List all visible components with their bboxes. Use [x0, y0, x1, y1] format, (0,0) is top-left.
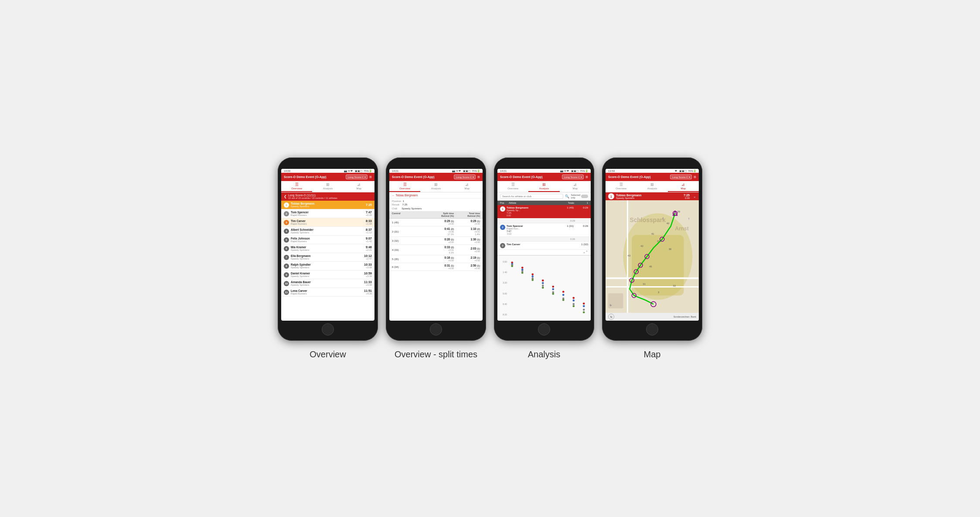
- home-btn-2[interactable]: [430, 323, 442, 336]
- tab-overview-3[interactable]: ☰ Overview: [497, 181, 528, 192]
- chart-y-labels: 0:00 1:40 3:20 5:00 6:40 8:20: [497, 256, 507, 321]
- athlete-club-3: Rapid Runners: [291, 223, 364, 225]
- athlete-info-10: Amanda Bauer Speedy Sprinters: [291, 281, 362, 286]
- tab-analysis-4[interactable]: ⊞ Analysis: [636, 181, 667, 192]
- app-header-2: Score-O Demo Event (O-App) Long Score-C …: [389, 173, 483, 181]
- menu-icon-4[interactable]: ≡: [694, 175, 696, 179]
- tab-analysis-2[interactable]: ⊞ Analysis: [420, 181, 451, 192]
- col-1: 1: [575, 202, 588, 204]
- menu-icon-2[interactable]: ≡: [477, 175, 480, 179]
- control-2: 2 (31): [392, 230, 428, 233]
- app-header-4: Score-O Demo Event (O-App) Long Score-C …: [606, 173, 699, 181]
- tab-map-2[interactable]: ⊿ Map: [452, 181, 483, 192]
- split-time-2: 0:41 (2) +0:06 17.1%: [428, 227, 454, 236]
- athlete-time-10: 11:33: [364, 281, 372, 284]
- analysis-subcol1-1: [575, 219, 588, 222]
- phone-label-3: Analysis: [528, 349, 560, 360]
- athlete-row-6[interactable]: 6 Mia Kramer Speedy Sprinters 9:46 +2:21: [281, 244, 374, 253]
- dropdown-btn-1[interactable]: Long Score-C ▾: [346, 175, 368, 179]
- map-tab-icon-4: ⊿: [681, 182, 685, 187]
- y-label-6: 8:20: [497, 313, 507, 316]
- tab-map-3[interactable]: ⊿ Map: [560, 181, 591, 192]
- athlete-row-1[interactable]: 1 Tobias Bergmann Speedy Sprinters 7:25: [281, 201, 374, 209]
- app-header-right-2: Long Score-C ▾ ≡: [454, 175, 480, 179]
- rank-circle-1: 1: [284, 202, 289, 208]
- rank-circle-8: 8: [284, 264, 289, 269]
- analysis-row-2[interactable]: 2 Tom Spencer Rapid Run... 7:47 -0:22 1 …: [497, 223, 591, 237]
- rank-circle-3: 3: [284, 220, 289, 225]
- tab-overview-label-2: Overview: [399, 187, 410, 190]
- athlete-info-2: Tom Spencer Rapid Runners: [291, 211, 364, 216]
- chevron-down-icon[interactable]: ⌄: [693, 195, 696, 199]
- menu-icon-1[interactable]: ≡: [369, 175, 372, 179]
- home-btn-3[interactable]: [538, 323, 550, 336]
- col-split: Split timeBehind (%): [428, 212, 454, 217]
- svg-text:43: 43: [627, 254, 630, 257]
- tab-analysis-1[interactable]: ⊞ Analysis: [312, 181, 343, 192]
- athlete-row-4[interactable]: 4 Albert Schneider Speedy Sprinters 8:37…: [281, 227, 374, 236]
- svg-text:↑: ↑: [662, 217, 664, 221]
- athlete-behind-8: +3:08: [364, 266, 372, 269]
- tab-map-4[interactable]: ⊿ Map: [668, 181, 699, 192]
- athlete-behind-4: +1:12: [366, 231, 372, 234]
- athlete-name-9: Daniel Kramer: [291, 272, 362, 275]
- col-control: Control: [392, 212, 428, 217]
- menu-icon-3[interactable]: ≡: [585, 175, 588, 179]
- athlete-row-5[interactable]: 5 Felix Johnson Rapid Runners 9:07 +1:42: [281, 236, 374, 244]
- rank-circle-5: 5: [284, 237, 289, 243]
- overview-tab-icon-4: ☰: [619, 182, 623, 187]
- tab-overview-label-1: Overview: [291, 187, 302, 190]
- athlete-time-7: 10:12: [364, 254, 372, 257]
- control-3: 3 (32): [392, 240, 428, 242]
- analysis-rank-3: 3: [500, 243, 505, 248]
- tab-overview-4[interactable]: ☰ Overview: [606, 181, 636, 192]
- athlete-row-10[interactable]: 10 Amanda Bauer Speedy Sprinters 11:33 +…: [281, 279, 374, 288]
- split-athlete-header[interactable]: ← Tobias Bergmann: [389, 192, 483, 199]
- dropdown-btn-2[interactable]: Long Score-C ▾: [454, 175, 476, 179]
- search-icon-3[interactable]: 🔍: [565, 195, 569, 199]
- selected-only-toggle[interactable]: [581, 195, 588, 198]
- tab-map-label-3: Map: [572, 187, 578, 190]
- status-icons-2: 📷 ✉ ❤ ▣▣▢ 75%🔋: [452, 169, 480, 172]
- athlete-club-9: Speedy Sprinters: [291, 275, 362, 277]
- app-name-3: Score-O Demo Event (O-App): [500, 175, 543, 178]
- analysis-row-1[interactable]: 1 Tobias Bergmann Speedy Sp... 7:25 0:00…: [497, 205, 591, 219]
- event-title-1: Long Score-O (11/11): [288, 194, 337, 197]
- sort-up-icon[interactable]: ⌃: [585, 250, 588, 254]
- status-time-2: 14:01: [392, 170, 398, 172]
- athlete-behind-2: +0:22: [366, 214, 372, 216]
- athlete-row-7[interactable]: 7 Ella Bergmann Speedy Sprinters 10:12 +…: [281, 253, 374, 262]
- tab-analysis-3[interactable]: ⊞ Analysis: [528, 181, 559, 192]
- dropdown-btn-4[interactable]: Long Score-C ▾: [670, 175, 692, 179]
- athlete-club-1: Speedy Sprinters: [291, 205, 364, 208]
- map-compass-icon[interactable]: N: [608, 314, 614, 320]
- athlete-row-3[interactable]: 3 Tim Carver Rapid Runners 8:33 +1:08: [281, 218, 374, 227]
- search-input-3[interactable]: [500, 194, 563, 199]
- svg-point-14: [572, 299, 575, 301]
- athlete-club-6: Speedy Sprinters: [291, 249, 364, 251]
- analysis-row-3[interactable]: 3 Tim Carver 1 (32): [497, 242, 591, 250]
- phone-analysis-wrapper: 14:01 📷 ✉ ❤ ▣▣▢ 75%🔋 Score-O Demo Event …: [494, 157, 594, 360]
- status-icons-4: ❤ ▣▣▢ 76%🔋: [675, 169, 696, 172]
- phone-label-2: Overview - split times: [395, 349, 477, 360]
- athlete-row-8[interactable]: 8 Ralph Spindler Speedy Sprinters 10:33 …: [281, 262, 374, 270]
- athlete-behind-10: +4:08: [364, 284, 372, 286]
- home-btn-1[interactable]: [322, 323, 334, 336]
- map-bottom-label: Sonderzeichen: Bank: [674, 315, 696, 318]
- tab-overview-1[interactable]: ☰ Overview: [281, 181, 312, 192]
- athlete-row-9[interactable]: 9 Daniel Kramer Speedy Sprinters 10:59 +…: [281, 270, 374, 279]
- dropdown-btn-3[interactable]: Long Score-C ▾: [562, 175, 584, 179]
- athlete-row-2[interactable]: 2 Tom Spencer Rapid Runners 7:47 +0:22: [281, 209, 374, 218]
- tab-overview-2[interactable]: ☰ Overview: [389, 181, 420, 192]
- tab-map-label-1: Map: [356, 187, 361, 190]
- map-area[interactable]: 39 40 41 42 43 45 37 36 31 32 3 Schlossp…: [606, 200, 699, 313]
- athlete-row-11[interactable]: 11 Lena Carver Rapid Runners 11:51 +4:26: [281, 288, 374, 297]
- analysis-totals-2: 1 (31): [556, 225, 574, 227]
- svg-text:42: 42: [640, 245, 643, 247]
- result-val: 7:25: [402, 203, 408, 206]
- col-totals: Totals: [557, 202, 574, 204]
- tab-map-1[interactable]: ⊿ Map: [344, 181, 374, 192]
- home-btn-4[interactable]: [646, 323, 658, 336]
- athlete-time-8: 10:33: [364, 263, 372, 266]
- athlete-time-6: 9:46: [366, 246, 372, 249]
